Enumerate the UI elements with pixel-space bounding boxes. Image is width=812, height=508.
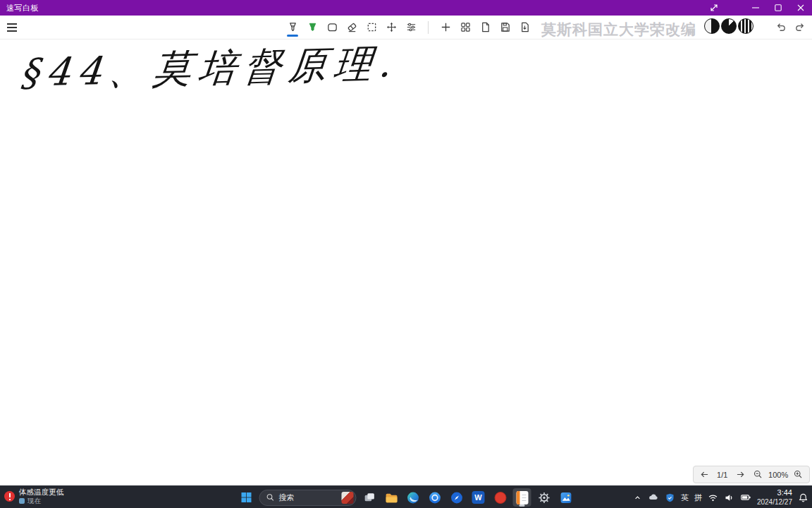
whiteboard-app-button[interactable] bbox=[513, 488, 531, 507]
windows-logo-icon bbox=[240, 491, 253, 504]
export-button[interactable] bbox=[516, 18, 533, 37]
undo-button[interactable] bbox=[772, 18, 789, 36]
highlighter-tool-button[interactable] bbox=[304, 18, 321, 37]
speaker-icon bbox=[724, 492, 734, 503]
clock-widget[interactable]: 3:44 2024/12/27 bbox=[757, 488, 792, 506]
new-document-button[interactable] bbox=[476, 18, 493, 37]
ime-language-label: 英 bbox=[681, 492, 689, 503]
minimize-icon bbox=[752, 4, 759, 11]
save-button[interactable] bbox=[496, 18, 513, 37]
whiteboard-canvas[interactable]: §44、莫培督原理. bbox=[0, 40, 812, 485]
previous-page-button[interactable] bbox=[697, 468, 711, 482]
word-icon: W bbox=[472, 491, 485, 504]
titlebar: 速写白板 bbox=[0, 0, 812, 16]
watermark-badge-icon bbox=[704, 18, 720, 34]
file-explorer-button[interactable] bbox=[382, 488, 400, 507]
ime-mode-button[interactable]: 拼 bbox=[694, 492, 702, 503]
move-tool-button[interactable] bbox=[383, 18, 400, 37]
tray-overflow-button[interactable] bbox=[633, 493, 642, 502]
settings-button[interactable] bbox=[535, 488, 553, 507]
add-page-button[interactable] bbox=[437, 18, 454, 37]
word-badge-letter: W bbox=[474, 493, 481, 502]
window-title: 速写白板 bbox=[0, 3, 39, 13]
security-tray-button[interactable] bbox=[665, 492, 675, 503]
taskbar-center: 搜索 W bbox=[238, 486, 575, 508]
time-label: 3:44 bbox=[777, 488, 792, 497]
battery-button[interactable] bbox=[740, 492, 751, 503]
page-icon bbox=[479, 21, 491, 33]
taskbar: 体感温度更低 现在 搜索 bbox=[0, 485, 812, 508]
redo-button[interactable] bbox=[792, 18, 808, 36]
close-icon bbox=[797, 4, 804, 11]
record-dot-icon bbox=[494, 492, 506, 504]
expand-icon bbox=[710, 4, 718, 12]
journal-icon bbox=[516, 491, 528, 504]
redo-icon bbox=[794, 21, 806, 33]
wifi-icon bbox=[708, 492, 718, 503]
pen-icon bbox=[287, 21, 299, 33]
menu-button[interactable] bbox=[4, 20, 20, 35]
zoom-in-icon bbox=[793, 469, 804, 480]
browser-icon bbox=[428, 491, 441, 504]
plus-icon bbox=[440, 21, 452, 33]
history-controls bbox=[772, 18, 808, 36]
close-button[interactable] bbox=[789, 0, 812, 16]
search-icon bbox=[266, 493, 275, 502]
maximize-icon bbox=[775, 4, 782, 11]
compass-app-button[interactable] bbox=[448, 488, 466, 507]
network-button[interactable] bbox=[708, 492, 718, 503]
shield-icon bbox=[665, 492, 675, 503]
eraser-tool-button[interactable] bbox=[343, 18, 360, 37]
photos-app-button[interactable] bbox=[557, 488, 575, 507]
start-button[interactable] bbox=[238, 488, 256, 507]
zoom-out-button[interactable] bbox=[751, 468, 765, 482]
word-button[interactable]: W bbox=[469, 488, 488, 507]
ime-mode-label: 拼 bbox=[694, 492, 702, 503]
settings-sliders-button[interactable] bbox=[402, 18, 419, 37]
onedrive-tray-button[interactable] bbox=[648, 492, 659, 503]
notifications-button[interactable] bbox=[798, 492, 808, 503]
browser-blue-button[interactable] bbox=[426, 488, 444, 507]
page-zoom-bar: 1/1 100% bbox=[693, 466, 810, 483]
video-watermark: 莫斯科国立大学荣改编 bbox=[541, 20, 696, 40]
recorder-app-button[interactable] bbox=[491, 488, 510, 507]
zoom-in-button[interactable] bbox=[792, 468, 806, 482]
weather-alert-icon bbox=[4, 491, 15, 502]
fullscreen-button[interactable] bbox=[703, 0, 725, 16]
volume-button[interactable] bbox=[724, 492, 734, 503]
select-tool-button[interactable] bbox=[363, 18, 380, 37]
compass-icon bbox=[450, 491, 463, 504]
system-tray: 英 拼 3:44 2024/12/27 bbox=[633, 486, 808, 508]
zoom-level: 100% bbox=[768, 471, 788, 479]
lasso-select-icon bbox=[366, 21, 378, 33]
template-grid-button[interactable] bbox=[457, 18, 474, 37]
watermark-badge-icon bbox=[721, 18, 737, 34]
highlighter-icon bbox=[307, 21, 319, 33]
weather-widget[interactable]: 体感温度更低 现在 bbox=[4, 488, 63, 505]
ime-language-button[interactable]: 英 bbox=[681, 492, 689, 503]
task-view-button[interactable] bbox=[360, 488, 379, 507]
shape-icon bbox=[326, 21, 338, 33]
maximize-button[interactable] bbox=[767, 0, 789, 16]
date-label: 2024/12/27 bbox=[757, 498, 792, 507]
edge-browser-button[interactable] bbox=[404, 488, 422, 507]
toolbar: 莫斯科国立大学荣改编 bbox=[0, 16, 812, 40]
tool-group bbox=[284, 16, 533, 39]
toolbar-divider bbox=[428, 21, 429, 34]
search-box[interactable]: 搜索 bbox=[259, 490, 357, 506]
eraser-icon bbox=[346, 21, 358, 33]
undo-icon bbox=[775, 21, 787, 33]
pen-tool-button[interactable] bbox=[284, 18, 301, 37]
weather-subline: 现在 bbox=[27, 497, 41, 505]
export-icon bbox=[519, 21, 531, 33]
chevron-up-icon bbox=[633, 493, 642, 502]
watermark-badges bbox=[704, 18, 753, 34]
shape-tool-button[interactable] bbox=[324, 18, 340, 37]
next-page-button[interactable] bbox=[734, 468, 748, 482]
minimize-button[interactable] bbox=[744, 0, 767, 16]
move-icon bbox=[386, 21, 398, 33]
search-highlight-image bbox=[342, 492, 354, 504]
arrow-left-icon bbox=[699, 469, 710, 480]
zoom-out-icon bbox=[753, 469, 763, 480]
hamburger-icon bbox=[7, 27, 17, 28]
